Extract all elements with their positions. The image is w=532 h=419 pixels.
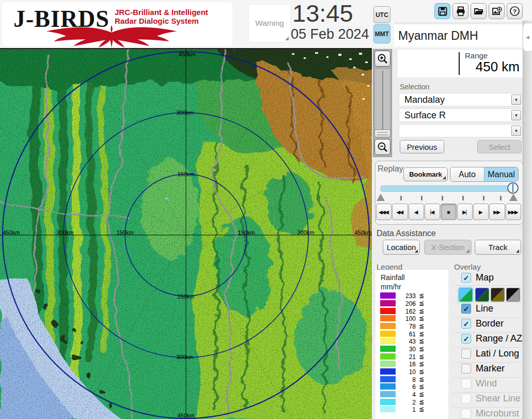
legend-swatch [380, 338, 396, 344]
fast-rewind-button[interactable]: ◀◀◀ [376, 204, 392, 220]
shear-line-checkbox [461, 394, 471, 404]
zoom-in-button[interactable] [374, 51, 390, 67]
lati-long-checkbox[interactable] [461, 349, 471, 359]
legend-swatch [380, 406, 396, 412]
folder-icon [474, 6, 484, 17]
replay-label: Replay [378, 164, 403, 174]
data-assistance-label: Data Assistance [377, 229, 436, 238]
marker-checkbox-label: Marker [476, 363, 505, 374]
play-back-button[interactable]: ◀ [409, 204, 424, 220]
rewind-button[interactable]: ◀◀ [392, 204, 408, 220]
step-back-button[interactable]: |◀ [425, 204, 440, 220]
print-icon [456, 6, 466, 17]
radar-map-display[interactable]: 450km 300km 150km 150km 300km 450km 450k… [0, 48, 372, 419]
add-image-button[interactable] [489, 3, 505, 19]
auto-button[interactable]: Auto [450, 167, 484, 181]
line-checkbox[interactable]: ✓ [461, 304, 471, 314]
legend-row: 162≦ [375, 308, 448, 315]
legend-operator: ≦ [419, 376, 424, 383]
legend-row: 4≦ [375, 391, 448, 398]
select-button[interactable]: Select [477, 140, 522, 153]
replay-timeline-handle[interactable] [507, 182, 519, 194]
range-divider [459, 52, 460, 75]
legend-row: 2≦ [375, 399, 448, 406]
legend-swatch [380, 376, 396, 382]
chevron-down-icon[interactable]: ▼ [511, 126, 521, 136]
zoom-out-button[interactable] [374, 139, 390, 155]
option-dropdown[interactable]: ▼ [399, 124, 523, 137]
chevron-down-icon[interactable]: ▼ [511, 95, 521, 105]
legend-operator: ≦ [419, 300, 424, 307]
auto-manual-toggle: Auto Manual [450, 167, 519, 182]
legend-operator: ≦ [419, 337, 424, 345]
timeline-start-marker[interactable] [377, 194, 385, 201]
map-style-black-gray-button[interactable] [506, 288, 520, 302]
product-dropdown[interactable]: Surface R ▼ [399, 108, 523, 122]
previous-button[interactable]: Previous [400, 140, 444, 153]
legend-swatch [380, 331, 396, 337]
marker-checkbox[interactable] [461, 364, 471, 374]
legend-operator: ≦ [419, 383, 424, 390]
legend-swatch [380, 308, 396, 314]
timeline-tick [421, 196, 423, 200]
fast-forward-button[interactable]: ▶▶ [489, 204, 505, 220]
legend-row: 61≦ [375, 331, 448, 337]
warning-label: Warning [249, 19, 290, 27]
save-icon [437, 6, 448, 17]
ring-label-300-left: 300km [56, 229, 73, 236]
track-label: Track [489, 243, 508, 252]
open-folder-button[interactable] [471, 3, 487, 19]
chevron-down-icon[interactable]: ▼ [511, 110, 521, 120]
legend-row: 100≦ [375, 315, 448, 322]
range-az-checkbox[interactable]: ✓ [461, 334, 471, 344]
legend-value: 78 [397, 323, 416, 330]
legend-value: 162 [397, 308, 416, 315]
border-checkbox[interactable]: ✓ [461, 319, 471, 329]
print-button[interactable] [452, 3, 468, 19]
play-button[interactable]: ▶ [473, 204, 489, 220]
legend-row: 78≦ [375, 323, 448, 330]
timeline-end-marker[interactable] [509, 194, 518, 201]
help-button[interactable]: ? [507, 3, 523, 19]
location-button[interactable]: Location [383, 240, 420, 255]
save-button[interactable] [434, 3, 450, 19]
timezone-mmt-button[interactable]: MMT [373, 24, 390, 43]
legend-row: 8≦ [375, 376, 448, 383]
legend-operator: ≦ [419, 322, 424, 330]
legend-swatch [380, 300, 396, 306]
legend-row: 21≦ [375, 353, 448, 360]
overlay-row-line: ✓ Line [453, 304, 523, 316]
legend-swatch [380, 383, 396, 390]
svg-text:?: ? [513, 8, 517, 14]
panel-collapse-tab[interactable]: ◀ [523, 23, 532, 52]
ring-label-450-right: 450km [354, 229, 371, 236]
map-style-blue-green-button[interactable] [459, 288, 473, 302]
x-section-button[interactable]: X-Section [424, 240, 472, 255]
stop-button[interactable]: ■ [441, 204, 456, 220]
manual-button[interactable]: Manual [484, 167, 518, 181]
resize-grip-icon[interactable] [285, 37, 289, 40]
site-dropdown[interactable]: Mandalay ▼ [399, 93, 523, 106]
map-checkbox[interactable]: ✓ [461, 273, 471, 283]
zoom-slider-handle[interactable] [374, 130, 390, 137]
legend-swatch [380, 292, 396, 299]
map-style-dark-olive-button[interactable] [491, 288, 505, 302]
legend-value: 61 [397, 331, 416, 338]
timezone-utc-button[interactable]: UTC [373, 6, 390, 23]
skip-forward-button[interactable]: ▶▶▶ [506, 204, 521, 220]
legend-row: 233≦ [375, 292, 448, 299]
line-checkbox-label: Line [476, 303, 493, 314]
step-forward-button[interactable]: ▶| [457, 204, 473, 220]
legend-swatch [380, 353, 396, 360]
site-name-field[interactable]: Myanmar DMH [394, 25, 522, 46]
legend-unit-line2: mm/hr [381, 283, 401, 291]
warning-panel[interactable]: Warning [249, 5, 290, 42]
legend-operator: ≦ [419, 307, 424, 315]
product-dropdown-value: Surface R [404, 110, 446, 121]
map-style-navy-darkgreen-button[interactable] [475, 288, 489, 302]
track-button[interactable]: Track [475, 240, 521, 255]
replay-timeline-track[interactable] [381, 185, 513, 192]
ring-label-150-left: 150km [116, 229, 133, 236]
zoom-slider-track[interactable] [374, 68, 390, 136]
bookmark-button[interactable]: Bookmark [403, 167, 448, 181]
